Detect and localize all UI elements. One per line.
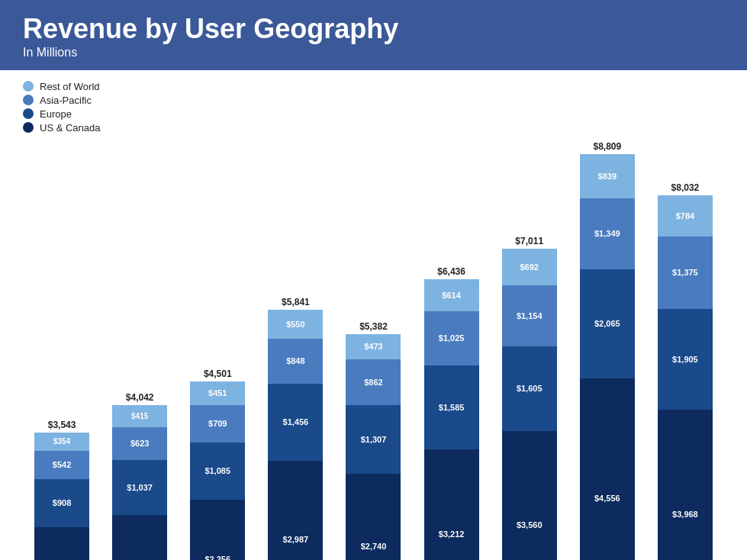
legend-label-us-canada: US & Canada: [40, 122, 101, 134]
bar-segment-asia-pacific-5: $1,025: [424, 311, 479, 365]
bar-segment-rest-of-world-0: $354: [34, 433, 89, 451]
bar-segment-europe-6: $1,605: [502, 346, 557, 431]
bar-segment-europe-3: $1,456: [268, 384, 323, 461]
legend-item-rest-of-world: Rest of World: [23, 81, 724, 92]
legend-dot-rest-of-world: [23, 81, 34, 92]
bar-segment-us-canada-4: $2,740: [346, 474, 401, 560]
bar-segment-asia-pacific-1: $623: [112, 427, 167, 460]
bar-segment-asia-pacific-6: $1,154: [502, 285, 557, 346]
bar-total-3: $5,841: [282, 297, 310, 307]
bar-segment-us-canada-8: $3,968: [658, 410, 713, 560]
bar-total-6: $7,011: [515, 236, 543, 246]
bar-group-Q215: $4,042$1,967$1,037$623$415: [101, 392, 179, 560]
bar-segment-europe-7: $2,065: [580, 269, 635, 378]
bar-segment-asia-pacific-4: $862: [346, 359, 401, 405]
bars-wrapper: $3,543$1,739$908$542$354$4,042$1,967$1,0…: [23, 141, 724, 560]
bar-segment-europe-5: $1,585: [424, 365, 479, 449]
chart-title: Revenue by User Geography: [23, 14, 724, 44]
legend-label-rest-of-world: Rest of World: [40, 81, 100, 92]
bar-group-Q116: $5,382$2,740$1,307$862$473: [334, 321, 412, 560]
bar-group-Q416: $8,809$4,556$2,065$1,349$839: [568, 141, 646, 560]
bar-segment-rest-of-world-7: $839: [580, 154, 635, 198]
bar-segment-rest-of-world-5: $614: [424, 279, 479, 311]
bar-stack-6: $3,560$1,605$1,154$692: [502, 249, 557, 560]
bar-group-Q415: $5,841$2,987$1,456$848$550: [256, 297, 334, 560]
legend-label-europe: Europe: [40, 108, 72, 120]
bar-stack-3: $2,987$1,456$848$550: [268, 310, 323, 560]
bar-segment-asia-pacific-7: $1,349: [580, 198, 635, 269]
bar-stack-5: $3,212$1,585$1,025$614: [424, 279, 479, 560]
bar-segment-europe-0: $908: [34, 479, 89, 527]
bar-segment-asia-pacific-2: $709: [190, 405, 245, 443]
bar-segment-rest-of-world-1: $415: [112, 405, 167, 427]
legend: Rest of World Asia-Pacific Europe US & C…: [23, 81, 724, 134]
bar-segment-asia-pacific-3: $848: [268, 339, 323, 384]
legend-label-asia-pacific: Asia-Pacific: [40, 95, 92, 106]
chart-area: Rest of World Asia-Pacific Europe US & C…: [0, 70, 747, 560]
legend-dot-asia-pacific: [23, 95, 34, 105]
bar-group-Q115: $3,543$1,739$908$542$354: [23, 420, 101, 560]
chart-subtitle: In Millions: [23, 46, 724, 60]
bar-group-Q316: $7,011$3,560$1,605$1,154$692: [491, 236, 568, 560]
bar-total-4: $5,382: [359, 321, 388, 332]
bar-total-0: $3,543: [48, 420, 76, 430]
legend-dot-europe: [23, 108, 34, 119]
bar-total-8: $8,032: [671, 182, 700, 193]
bar-segment-rest-of-world-4: $473: [346, 334, 401, 359]
bar-segment-us-canada-3: $2,987: [268, 461, 323, 560]
bar-segment-us-canada-2: $2,256: [190, 500, 245, 560]
bar-segment-us-canada-5: $3,212: [424, 449, 479, 560]
bar-segment-asia-pacific-8: $1,375: [658, 237, 713, 309]
bar-stack-4: $2,740$1,307$862$473: [346, 334, 401, 560]
bar-segment-asia-pacific-0: $542: [34, 451, 89, 479]
bar-segment-us-canada-1: $1,967: [112, 515, 167, 560]
header: Revenue by User Geography In Millions: [0, 0, 747, 70]
chart-container: $3,543$1,739$908$542$354$4,042$1,967$1,0…: [23, 141, 724, 560]
bar-segment-rest-of-world-2: $451: [190, 381, 245, 405]
slide: Revenue by User Geography In Millions Re…: [0, 0, 747, 560]
bar-segment-rest-of-world-8: $784: [658, 195, 713, 237]
bar-segment-us-canada-0: $1,739: [34, 527, 89, 560]
bar-stack-8: $3,968$1,905$1,375$784: [658, 195, 713, 560]
bar-total-2: $4,501: [204, 369, 232, 379]
bar-stack-0: $1,739$908$542$354: [34, 433, 89, 560]
legend-item-asia-pacific: Asia-Pacific: [23, 95, 724, 106]
bar-segment-europe-2: $1,085: [190, 443, 245, 500]
bar-segment-us-canada-7: $4,556: [580, 378, 635, 560]
bar-group-Q216: $6,436$3,212$1,585$1,025$614: [413, 266, 491, 560]
bar-segment-europe-8: $1,905: [658, 309, 713, 410]
bar-segment-europe-1: $1,037: [112, 460, 167, 515]
bar-stack-7: $4,556$2,065$1,349$839: [580, 154, 635, 560]
bar-total-1: $4,042: [126, 392, 154, 403]
legend-item-europe: Europe: [23, 108, 724, 120]
bar-total-7: $8,809: [593, 141, 621, 152]
bar-segment-rest-of-world-6: $692: [502, 249, 557, 285]
legend-item-us-canada: US & Canada: [23, 122, 724, 134]
bar-stack-2: $2,256$1,085$709$451: [190, 381, 245, 560]
bar-group-Q315: $4,501$2,256$1,085$709$451: [179, 369, 256, 560]
bar-group-Q117: $8,032$3,968$1,905$1,375$784: [646, 182, 724, 560]
bar-segment-us-canada-6: $3,560: [502, 431, 557, 560]
bar-segment-rest-of-world-3: $550: [268, 310, 323, 339]
legend-dot-us-canada: [23, 122, 34, 133]
bar-segment-europe-4: $1,307: [346, 405, 401, 474]
bar-total-5: $6,436: [437, 266, 465, 277]
bar-stack-1: $1,967$1,037$623$415: [112, 405, 167, 560]
